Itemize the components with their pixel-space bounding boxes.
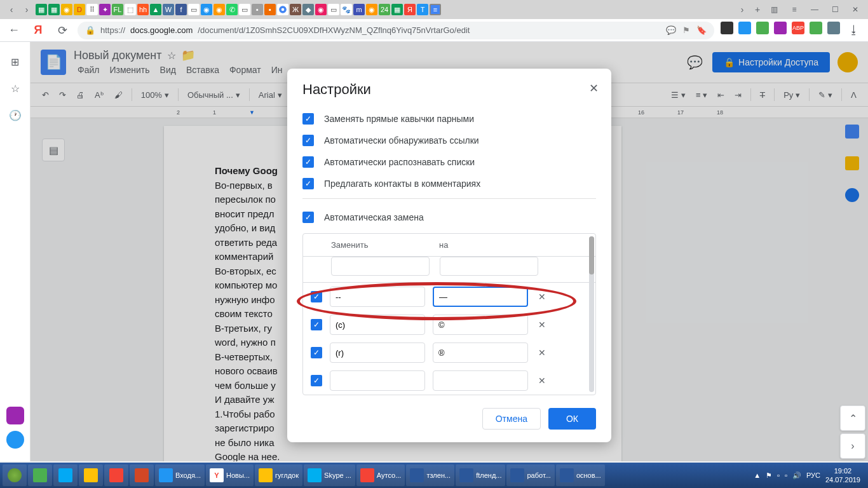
volume-icon[interactable]: 🔊: [792, 471, 801, 480]
tab-icon[interactable]: ▦: [391, 4, 403, 15]
clock[interactable]: 19:02 24.07.2019: [825, 466, 860, 485]
taskbar-app[interactable]: [79, 464, 103, 486]
flag-icon[interactable]: ⚑: [766, 471, 772, 480]
taskbar-word[interactable]: работ...: [506, 464, 554, 486]
checkbox-icon[interactable]: ✓: [302, 113, 314, 125]
maximize-button[interactable]: ☐: [827, 4, 843, 15]
tab-icon[interactable]: Ж: [290, 4, 301, 15]
new-from-input[interactable]: [331, 257, 430, 276]
tab-icon[interactable]: ▪: [264, 4, 276, 15]
checkbox-icon[interactable]: ✓: [302, 135, 314, 146]
replace-from-input[interactable]: [330, 370, 425, 391]
taskbar-explorer[interactable]: гуглдок: [255, 464, 302, 486]
taskbar-powerpoint[interactable]: [130, 464, 154, 486]
tab-icon[interactable]: ▦: [48, 4, 60, 15]
option-detect-lists[interactable]: ✓ Автоматически распознавать списки: [302, 151, 596, 173]
delete-row-icon[interactable]: ✕: [536, 320, 548, 330]
checkbox-icon[interactable]: ✓: [302, 156, 314, 168]
close-button[interactable]: ✕: [848, 4, 863, 15]
tab-icon[interactable]: m: [353, 4, 365, 15]
tab-icon[interactable]: W: [163, 4, 174, 15]
sidebar-app-icon[interactable]: [6, 407, 24, 424]
ext-icon[interactable]: [827, 22, 840, 34]
delete-row-icon[interactable]: ✕: [536, 292, 548, 302]
new-tab-button[interactable]: +: [751, 3, 764, 16]
tab-icon[interactable]: ◆: [302, 4, 314, 15]
start-button[interactable]: [3, 464, 27, 486]
replace-from-input[interactable]: [330, 287, 425, 307]
ext-icon[interactable]: [721, 22, 733, 34]
option-auto-replace[interactable]: ✓ Автоматическая замена: [302, 207, 596, 228]
tab-icon[interactable]: f: [175, 4, 187, 15]
back-button[interactable]: ←: [5, 22, 23, 39]
tab-icon[interactable]: ▦: [36, 4, 47, 15]
taskbar-skype[interactable]: Skype ...: [304, 464, 355, 486]
scroll-down-button[interactable]: ›: [840, 433, 865, 459]
tab-active-icon[interactable]: ≡: [430, 4, 441, 15]
history-icon[interactable]: 🕐: [8, 108, 22, 122]
taskbar-app[interactable]: [28, 464, 52, 486]
tab-icon[interactable]: ◉: [201, 4, 212, 15]
tray-icon[interactable]: ▫: [777, 471, 780, 479]
tab-icon[interactable]: ◉: [315, 4, 327, 15]
tab-icon[interactable]: ▭: [328, 4, 339, 15]
menu-icon[interactable]: ≡: [787, 4, 802, 15]
language-indicator[interactable]: РУС: [806, 471, 820, 479]
tray-up-icon[interactable]: ▲: [754, 471, 761, 479]
reload-button[interactable]: ⟳: [53, 22, 71, 39]
taskbar-yandex[interactable]: YНовы...: [206, 464, 254, 486]
apps-icon[interactable]: ⊞: [8, 55, 22, 69]
checkbox-icon[interactable]: ✓: [311, 375, 322, 386]
comment-icon[interactable]: 💬: [666, 25, 676, 35]
tab-icon[interactable]: ◉: [214, 4, 225, 15]
taskbar-pdf[interactable]: Аутсо...: [356, 464, 405, 486]
replace-to-input[interactable]: [433, 315, 528, 335]
download-icon[interactable]: ⭳: [845, 22, 863, 39]
tab-more-icon[interactable]: ›: [736, 3, 749, 16]
tab-icon[interactable]: ⠿: [86, 4, 98, 15]
taskbar-word[interactable]: основ...: [556, 464, 605, 486]
panel-icon[interactable]: ▥: [766, 4, 782, 15]
tab-icon[interactable]: 24: [379, 4, 390, 15]
replace-from-input[interactable]: [330, 315, 425, 335]
flag-icon[interactable]: ⚑: [682, 25, 690, 35]
tab-icon[interactable]: ▭: [239, 4, 250, 15]
tab-icon[interactable]: FL: [112, 4, 123, 15]
checkbox-icon[interactable]: ✓: [311, 347, 322, 358]
tab-icon[interactable]: T: [417, 4, 428, 15]
replace-to-input[interactable]: [433, 370, 528, 391]
star-icon[interactable]: ☆: [8, 81, 22, 95]
option-detect-links[interactable]: ✓ Автоматически обнаруживать ссылки: [302, 130, 596, 151]
tab-next-icon[interactable]: ›: [20, 3, 33, 16]
tab-icon[interactable]: Я: [404, 4, 416, 15]
tab-icon[interactable]: ◉: [61, 4, 72, 15]
tab-icon[interactable]: ◉: [366, 4, 377, 15]
replace-from-input[interactable]: [330, 342, 425, 363]
tab-icon[interactable]: ⬚: [125, 4, 136, 15]
close-icon[interactable]: ✕: [589, 81, 599, 95]
tab-prev-icon[interactable]: ‹: [5, 3, 18, 16]
option-suggest-contacts[interactable]: ✓ Предлагать контакты в комментариях: [302, 173, 596, 199]
tab-icon[interactable]: D: [74, 4, 85, 15]
taskbar-app[interactable]: [104, 464, 128, 486]
replace-to-input[interactable]: [433, 287, 528, 307]
alice-icon[interactable]: [6, 431, 24, 449]
delete-row-icon[interactable]: ✕: [536, 348, 548, 358]
ext-icon[interactable]: [738, 22, 751, 34]
taskbar-thunderbird[interactable]: Входя...: [155, 464, 205, 486]
tab-icon[interactable]: ✦: [99, 4, 111, 15]
scrollbar[interactable]: [589, 236, 594, 392]
option-smart-quotes[interactable]: ✓ Заменять прямые кавычки парными: [302, 108, 596, 130]
tab-icon[interactable]: 🐾: [341, 4, 352, 15]
ok-button[interactable]: ОК: [548, 408, 596, 430]
checkbox-icon[interactable]: ✓: [302, 212, 314, 223]
ext-icon[interactable]: [756, 22, 769, 34]
tab-icon[interactable]: ▲: [150, 4, 161, 15]
taskbar-word[interactable]: тзлен...: [406, 464, 454, 486]
checkbox-icon[interactable]: ✓: [311, 291, 322, 302]
checkbox-icon[interactable]: ✓: [302, 178, 314, 189]
tab-icon[interactable]: ▭: [188, 4, 200, 15]
delete-row-icon[interactable]: ✕: [536, 376, 548, 386]
tab-icon[interactable]: hh: [137, 4, 149, 15]
tray-icon[interactable]: ▫: [785, 471, 787, 479]
